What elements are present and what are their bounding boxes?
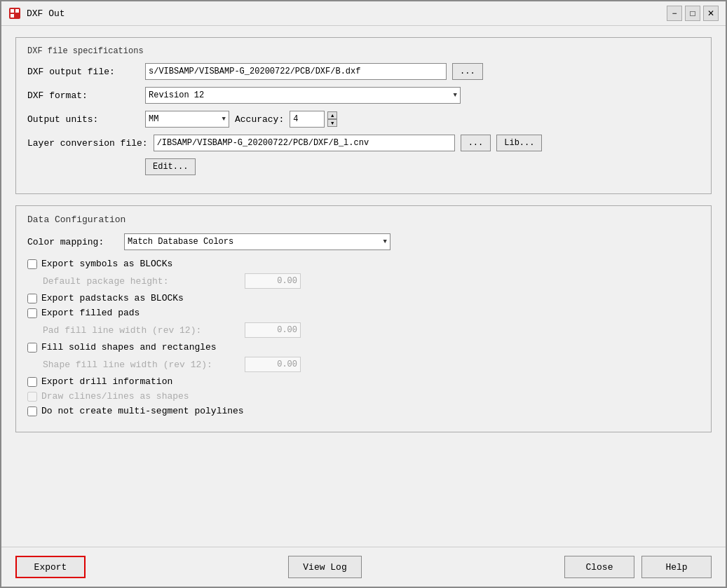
title-bar: DXF Out − □ ✕ xyxy=(1,1,726,26)
accuracy-group: ▲ ▼ xyxy=(290,111,337,128)
dxf-format-row: DXF format: Revision 12 Revision 11 Revi… xyxy=(27,87,700,104)
pad-fill-input[interactable] xyxy=(245,322,301,338)
export-symbols-checkbox[interactable] xyxy=(27,259,37,269)
export-btn-group: Export xyxy=(15,556,86,578)
shape-fill-label: Shape fill line width (rev 12): xyxy=(43,360,239,370)
svg-rect-2 xyxy=(15,9,19,13)
right-btn-group: Close Help xyxy=(564,556,712,578)
maximize-button[interactable]: □ xyxy=(685,6,700,21)
pad-fill-label: Pad fill line width (rev 12): xyxy=(43,325,239,336)
export-drill-info-checkbox[interactable] xyxy=(27,377,37,387)
output-file-row: DXF output file: ... xyxy=(27,63,700,80)
accuracy-spinner: ▲ ▼ xyxy=(327,111,337,127)
title-controls: − □ ✕ xyxy=(667,6,719,21)
main-window: DXF Out − □ ✕ DXF file specifications DX… xyxy=(0,0,727,588)
draw-clines-label: Draw clines/lines as shapes xyxy=(41,391,189,402)
no-multi-segment-checkbox[interactable] xyxy=(27,406,37,416)
footer-buttons: Export View Log Close Help xyxy=(1,547,726,587)
units-select-wrapper: MM INCHES xyxy=(145,111,229,128)
color-mapping-select-wrapper: Match Database Colors By Layer By Entity xyxy=(124,233,390,250)
accuracy-down-button[interactable]: ▼ xyxy=(327,119,337,127)
output-units-row: Output units: MM INCHES Accuracy: ▲ ▼ xyxy=(27,111,700,128)
dxf-specs-title: DXF file specifications xyxy=(27,46,700,56)
dxf-format-select-wrapper: Revision 12 Revision 11 Revision 10 xyxy=(145,87,461,104)
dxf-format-label: DXF format: xyxy=(27,90,140,101)
cb2-row: Export padstacks as BLOCKs xyxy=(27,293,700,303)
svg-rect-4 xyxy=(15,14,19,18)
no-multi-segment-label: Do not create multi-segment polylines xyxy=(41,406,244,416)
svg-rect-3 xyxy=(11,14,14,18)
color-mapping-label: Color mapping: xyxy=(27,237,118,247)
shape-fill-row: Shape fill line width (rev 12): xyxy=(43,357,700,372)
export-button[interactable]: Export xyxy=(15,556,86,578)
data-config-group: Data Configuration Color mapping: Match … xyxy=(15,205,712,432)
minimize-button[interactable]: − xyxy=(667,6,682,21)
export-padstacks-label: Export padstacks as BLOCKs xyxy=(41,293,184,303)
accuracy-up-button[interactable]: ▲ xyxy=(327,111,337,119)
center-btn-group: View Log xyxy=(288,556,361,578)
svg-rect-1 xyxy=(11,9,14,13)
export-padstacks-checkbox[interactable] xyxy=(27,294,37,303)
layer-file-label: Layer conversion file: xyxy=(27,138,148,149)
dxf-icon xyxy=(8,7,21,20)
units-select[interactable]: MM INCHES xyxy=(145,111,229,128)
data-config-title: Data Configuration xyxy=(27,214,700,225)
accuracy-label: Accuracy: xyxy=(235,114,284,125)
layer-file-browse-button[interactable]: ... xyxy=(461,135,491,151)
export-filled-pads-checkbox[interactable] xyxy=(27,308,37,318)
title-bar-left: DXF Out xyxy=(8,7,65,20)
help-button[interactable]: Help xyxy=(641,556,712,578)
close-button[interactable]: Close xyxy=(564,556,634,578)
cb3-row: Export filled pads xyxy=(27,308,700,318)
close-button[interactable]: ✕ xyxy=(703,6,719,21)
export-symbols-label: Export symbols as BLOCKs xyxy=(41,259,172,269)
pad-fill-row: Pad fill line width (rev 12): xyxy=(43,322,700,338)
output-file-input[interactable] xyxy=(145,63,447,80)
export-filled-pads-label: Export filled pads xyxy=(41,308,140,318)
output-file-browse-button[interactable]: ... xyxy=(452,63,483,80)
edit-btn-row: Edit... xyxy=(27,158,700,175)
accuracy-input[interactable] xyxy=(290,111,325,128)
export-drill-info-label: Export drill information xyxy=(41,376,172,387)
layer-file-input[interactable] xyxy=(154,135,455,151)
fill-solid-shapes-label: Fill solid shapes and rectangles xyxy=(41,342,217,353)
edit-button[interactable]: Edit... xyxy=(145,158,196,175)
package-height-row: Default package height: xyxy=(43,273,700,289)
cb7-row: Do not create multi-segment polylines xyxy=(27,406,700,416)
dxf-format-select[interactable]: Revision 12 Revision 11 Revision 10 xyxy=(145,87,461,104)
layer-file-row: Layer conversion file: ... Lib... xyxy=(27,135,700,151)
color-mapping-row: Color mapping: Match Database Colors By … xyxy=(27,233,700,250)
window-title: DXF Out xyxy=(27,8,65,19)
output-file-label: DXF output file: xyxy=(27,67,140,77)
package-height-input[interactable] xyxy=(245,273,301,289)
view-log-button[interactable]: View Log xyxy=(288,556,361,578)
cb5-row: Export drill information xyxy=(27,376,700,387)
output-units-label: Output units: xyxy=(27,114,140,125)
cb4-row: Fill solid shapes and rectangles xyxy=(27,342,700,353)
main-content: DXF file specifications DXF output file:… xyxy=(1,26,726,547)
shape-fill-input[interactable] xyxy=(245,357,301,372)
layer-lib-button[interactable]: Lib... xyxy=(496,135,542,151)
fill-solid-shapes-checkbox[interactable] xyxy=(27,343,37,353)
draw-clines-checkbox[interactable] xyxy=(27,392,37,402)
dxf-specs-group: DXF file specifications DXF output file:… xyxy=(15,37,712,194)
color-mapping-select[interactable]: Match Database Colors By Layer By Entity xyxy=(124,233,390,250)
package-height-label: Default package height: xyxy=(43,276,239,287)
cb6-row: Draw clines/lines as shapes xyxy=(27,391,700,402)
cb1-row: Export symbols as BLOCKs xyxy=(27,259,700,269)
